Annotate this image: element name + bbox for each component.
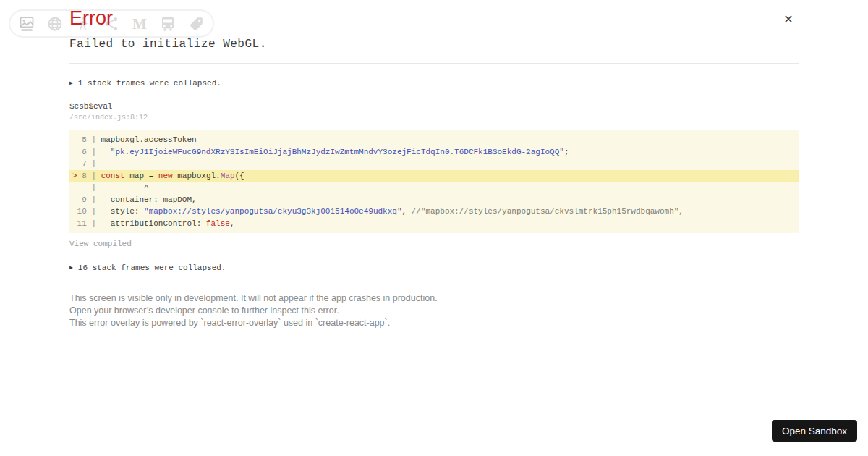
code-line: 5 | mapboxgl.accessToken =	[69, 134, 799, 146]
code-frame: 5 | mapboxgl.accessToken = 6 | "pk.eyJ1I…	[69, 130, 799, 233]
error-title: Error	[69, 7, 113, 30]
stack-frame-location: /src/index.js:8:12	[69, 114, 148, 122]
stack-frame-function: $csb$eval	[69, 102, 112, 111]
footer-notes: This screen is visible only in developme…	[69, 292, 438, 329]
error-overlay: Error ✕ Failed to initialize WebGL. ▶1 s…	[0, 0, 868, 456]
code-line: 9 | container: mapDOM,	[69, 194, 799, 206]
error-message: Failed to initialize WebGL.	[69, 38, 267, 51]
code-line: 11 | attributionControl: false,	[69, 218, 799, 230]
footer-note: Open your browser’s developer console to…	[69, 305, 438, 317]
code-line: 10 | style: "mapbox://styles/yanpogutsa/…	[69, 206, 799, 218]
code-line: 6 | "pk.eyJ1IjoieWFucG9ndXRzYSIsImEiOiJj…	[69, 146, 799, 159]
code-line: | ^	[69, 182, 799, 194]
code-line: 7 |	[69, 158, 799, 170]
stack-collapse-bottom[interactable]: ▶16 stack frames were collapsed.	[69, 263, 226, 272]
expand-arrow-icon: ▶	[69, 80, 73, 86]
footer-note: This screen is visible only in developme…	[69, 292, 438, 305]
footer-note: This error overlay is powered by `react-…	[69, 317, 438, 329]
divider	[69, 63, 799, 64]
code-line: > 8 | const map = new mapboxgl.Map({	[69, 170, 799, 182]
stack-collapse-top[interactable]: ▶1 stack frames were collapsed.	[69, 79, 221, 88]
collapse-top-label: 1 stack frames were collapsed.	[78, 79, 221, 88]
collapse-bottom-label: 16 stack frames were collapsed.	[78, 263, 226, 272]
expand-arrow-icon: ▶	[69, 264, 73, 271]
view-compiled-link[interactable]: View compiled	[69, 240, 132, 248]
close-icon[interactable]: ✕	[778, 9, 799, 29]
